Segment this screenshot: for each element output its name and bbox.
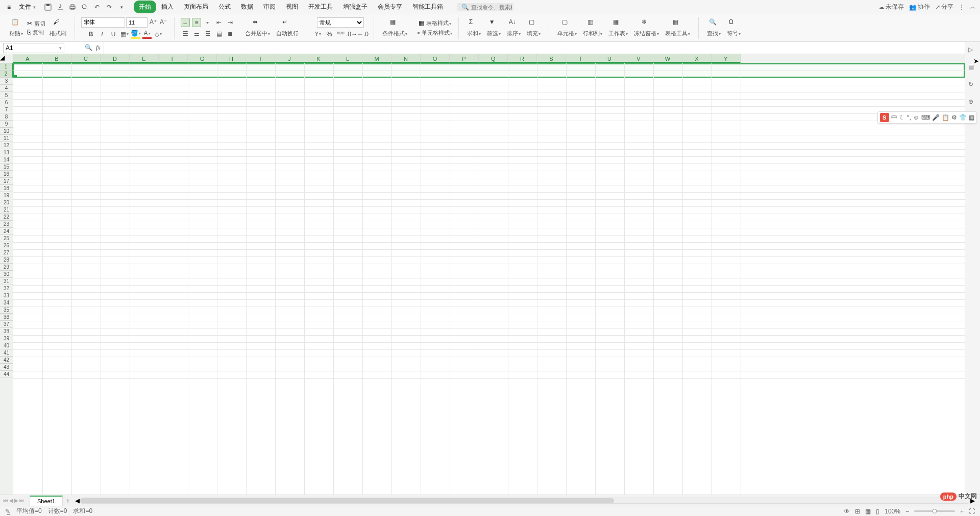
col-header[interactable]: D xyxy=(101,54,130,63)
border-button[interactable]: ▦ xyxy=(120,30,129,39)
redo-icon[interactable]: ↷ xyxy=(105,3,113,11)
col-header[interactable]: Y xyxy=(712,54,741,63)
ime-icon[interactable]: ☺ xyxy=(913,114,919,121)
row-header[interactable]: 9 xyxy=(0,121,13,128)
eye-icon[interactable]: 👁 xyxy=(844,508,850,515)
align-center-icon[interactable]: ⚌ xyxy=(192,29,201,38)
currency-icon[interactable]: ¥ xyxy=(313,30,323,39)
row-header[interactable]: 34 xyxy=(0,299,13,307)
tab-6[interactable]: 视图 xyxy=(281,1,303,13)
freeze-panes-button[interactable]: ❄冻结窗格 xyxy=(632,17,661,38)
col-header[interactable]: J xyxy=(275,54,304,63)
decrease-indent-icon[interactable]: ⇤ xyxy=(214,18,224,27)
name-box[interactable]: A1▾ xyxy=(3,43,64,53)
col-header[interactable]: V xyxy=(624,54,653,63)
symbol-button[interactable]: Ω符号 xyxy=(725,17,743,38)
row-header[interactable]: 26 xyxy=(0,242,13,249)
clear-format-button[interactable]: ◇ xyxy=(154,30,163,39)
col-header[interactable]: A xyxy=(13,54,42,63)
align-top-icon[interactable]: ⫠ xyxy=(181,18,190,27)
tab-10[interactable]: 智能工具箱 xyxy=(407,1,448,13)
table-style-button[interactable]: ▦ 表格样式 xyxy=(419,19,451,27)
col-header[interactable]: B xyxy=(42,54,71,63)
merge-center-button[interactable]: ⬌合并居中 xyxy=(243,17,272,38)
percent-icon[interactable]: % xyxy=(325,30,334,39)
justify-icon[interactable]: ▤ xyxy=(214,29,224,38)
col-header[interactable]: H xyxy=(217,54,246,63)
row-header[interactable]: 7 xyxy=(0,106,13,113)
col-header[interactable]: Q xyxy=(479,54,508,63)
tab-1[interactable]: 插入 xyxy=(156,1,179,13)
fill-button[interactable]: ▢填充 xyxy=(525,17,543,38)
row-header[interactable]: 44 xyxy=(0,371,13,378)
collapse-ribbon-icon[interactable]: ︿ xyxy=(970,3,976,11)
row-header[interactable]: 31 xyxy=(0,278,13,285)
reading-mode-icon[interactable]: ⊞ xyxy=(855,508,860,515)
sheet-nav-first[interactable]: ⏮ xyxy=(3,498,8,503)
row-header[interactable]: 29 xyxy=(0,264,13,271)
row-header[interactable]: 13 xyxy=(0,149,13,156)
col-header[interactable]: P xyxy=(450,54,479,63)
decrease-decimal-icon[interactable]: ←.0 xyxy=(358,30,368,39)
align-middle-icon[interactable]: ≡ xyxy=(192,18,201,27)
comma-icon[interactable]: ⁰⁰⁰ xyxy=(336,30,345,39)
row-header[interactable]: 22 xyxy=(0,214,13,221)
col-header[interactable]: T xyxy=(566,54,595,63)
distribute-icon[interactable]: ≣ xyxy=(226,29,235,38)
tab-2[interactable]: 页面布局 xyxy=(179,1,213,13)
export-icon[interactable] xyxy=(56,3,64,11)
hamburger-icon[interactable]: ≡ xyxy=(4,3,14,12)
ime-icon[interactable]: 🎤 xyxy=(932,114,940,121)
help-panel-icon[interactable]: ⊕ xyxy=(968,98,977,107)
col-header[interactable]: W xyxy=(653,54,682,63)
paste-button[interactable]: 📋粘贴 xyxy=(7,17,25,38)
row-header[interactable]: 14 xyxy=(0,156,13,163)
row-col-button[interactable]: ▥行和列 xyxy=(581,17,604,38)
row-header[interactable]: 36 xyxy=(0,314,13,321)
row-header[interactable]: 42 xyxy=(0,357,13,364)
tab-3[interactable]: 公式 xyxy=(213,1,236,13)
format-painter-button[interactable]: 🖌格式刷 xyxy=(47,17,68,38)
spell-check-icon[interactable]: ✎̲ xyxy=(5,508,10,515)
sheet-nav-next[interactable]: ▶ xyxy=(14,498,18,503)
find-button[interactable]: 🔍查找 xyxy=(705,17,723,38)
tab-7[interactable]: 开发工具 xyxy=(303,1,338,13)
align-right-icon[interactable]: ☰ xyxy=(203,29,212,38)
ime-icon[interactable]: ⚙ xyxy=(951,114,957,121)
col-header[interactable]: K xyxy=(304,54,333,63)
tab-0[interactable]: 开始 xyxy=(134,1,156,13)
cell-style-button[interactable]: ▫ 单元格样式 xyxy=(418,29,452,37)
col-header[interactable]: C xyxy=(71,54,101,63)
italic-button[interactable]: I xyxy=(97,30,107,39)
row-header[interactable]: 40 xyxy=(0,342,13,349)
qat-dropdown-icon[interactable]: ▾ xyxy=(117,3,126,11)
row-header[interactable]: 41 xyxy=(0,349,13,357)
row-header[interactable]: 32 xyxy=(0,285,13,292)
sum-button[interactable]: Σ求和 xyxy=(465,17,483,38)
row-header[interactable]: 39 xyxy=(0,335,13,342)
number-format-select[interactable]: 常规 xyxy=(317,17,364,28)
spreadsheet-grid[interactable]: ◢ ABCDEFGHIJKLMNOPQRSTUVWXY 123456789101… xyxy=(0,54,965,498)
row-header[interactable]: 21 xyxy=(0,206,13,214)
col-header[interactable]: I xyxy=(246,54,275,63)
ime-icon[interactable]: °, xyxy=(907,114,911,121)
auto-wrap-button[interactable]: ↵自动换行 xyxy=(274,17,301,38)
col-header[interactable]: M xyxy=(362,54,391,63)
filter-button[interactable]: ▼筛选 xyxy=(485,17,503,38)
align-left-icon[interactable]: ☰ xyxy=(181,29,190,38)
zoom-in-icon[interactable]: + xyxy=(960,508,964,515)
tab-5[interactable]: 审阅 xyxy=(258,1,281,13)
tab-9[interactable]: 会员专享 xyxy=(373,1,407,13)
row-header[interactable]: 2 xyxy=(0,71,13,78)
fullscreen-icon[interactable]: ⛶ xyxy=(969,508,975,515)
ime-lang[interactable]: 中 xyxy=(891,113,897,122)
file-menu[interactable]: 文件▾ xyxy=(16,2,39,12)
zoom-out-icon[interactable]: − xyxy=(905,508,909,515)
row-header[interactable]: 16 xyxy=(0,171,13,178)
kebab-icon[interactable]: ⋮ xyxy=(959,4,965,11)
ime-icon[interactable]: 👕 xyxy=(959,114,967,121)
bold-button[interactable]: B xyxy=(86,30,95,39)
preview-icon[interactable] xyxy=(81,3,89,11)
collab-button[interactable]: 👥 协作 xyxy=(909,3,930,11)
col-header[interactable]: U xyxy=(595,54,624,63)
